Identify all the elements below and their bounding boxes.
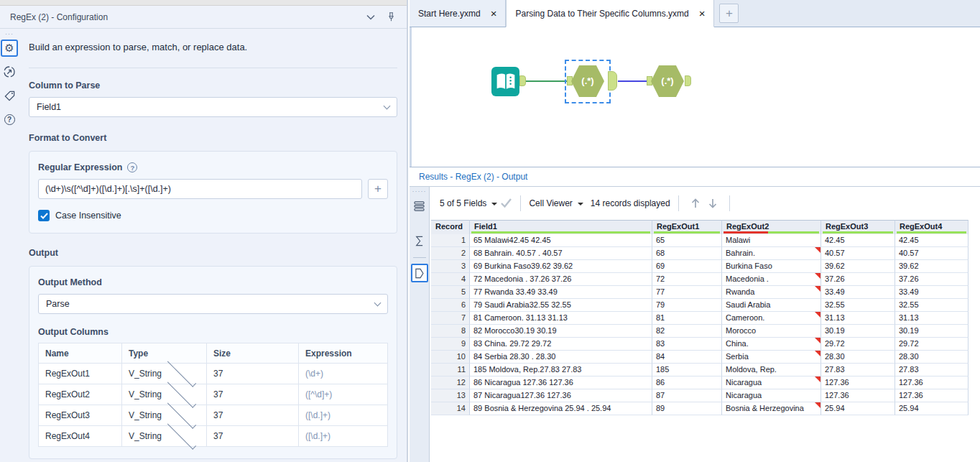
grid-cell-out2[interactable]: Saudi Arabia bbox=[722, 299, 821, 312]
grid-cell-out3[interactable]: 32.55 bbox=[821, 299, 895, 312]
text-input-tool[interactable] bbox=[491, 67, 519, 96]
grid-cell-record[interactable]: 2 bbox=[431, 247, 470, 260]
grid-cell-record[interactable]: 6 bbox=[431, 299, 470, 312]
grid-cell-field1[interactable]: 83 China. 29.72 29.72 bbox=[470, 338, 652, 351]
grid-cell-out1[interactable]: 87 bbox=[652, 389, 722, 402]
output-column-name[interactable]: RegExOut3 bbox=[39, 405, 122, 426]
regex-tool-2[interactable]: (.*) bbox=[651, 65, 684, 97]
output-column-size[interactable]: 37 bbox=[207, 384, 299, 405]
output-column-type-dropdown[interactable]: V_String bbox=[122, 405, 207, 426]
grid-cell-record[interactable]: 5 bbox=[431, 286, 470, 299]
grid-cell-out3[interactable]: 39.62 bbox=[821, 260, 895, 273]
grid-cell-out2[interactable]: Moldova, Rep. bbox=[722, 364, 821, 376]
grid-cell-record[interactable]: 11 bbox=[431, 364, 470, 376]
grid-cell-record[interactable]: 4 bbox=[431, 273, 470, 286]
grid-cell-field1[interactable]: 87 Nicaragua127.36 127.36 bbox=[470, 389, 652, 402]
grid-column-header-record[interactable]: Record bbox=[431, 220, 470, 234]
grid-cell-out3[interactable]: 127.36 bbox=[821, 376, 895, 389]
apply-fields-button[interactable] bbox=[500, 198, 512, 208]
tab-parsing-data[interactable]: Parsing Data to Their Specific Columns.y… bbox=[506, 0, 714, 27]
grid-cell-out4[interactable]: 127.36 bbox=[895, 389, 969, 402]
grid-cell-out3[interactable]: 33.49 bbox=[821, 286, 895, 299]
grid-column-header-out3[interactable]: RegExOut3 bbox=[821, 220, 895, 234]
grid-cell-out2[interactable]: Serbia bbox=[722, 351, 821, 364]
grid-cell-record[interactable]: 12 bbox=[431, 376, 470, 389]
grid-cell-out3[interactable]: 29.72 bbox=[821, 338, 895, 351]
grid-cell-out4[interactable]: 127.36 bbox=[895, 376, 969, 389]
scroll-up-button[interactable] bbox=[689, 197, 702, 210]
grid-cell-out4[interactable]: 32.55 bbox=[895, 299, 969, 312]
output-column-expression[interactable]: ([\d.]+) bbox=[299, 405, 388, 426]
cell-viewer-dropdown[interactable]: Cell Viewer bbox=[529, 198, 583, 208]
help-tab-button[interactable]: ? bbox=[1, 111, 18, 128]
grid-cell-out4[interactable]: 39.62 bbox=[895, 260, 969, 273]
grid-cell-out1[interactable]: 72 bbox=[652, 273, 722, 286]
grid-cell-out1[interactable]: 84 bbox=[652, 351, 722, 364]
grid-cell-out4[interactable]: 30.19 bbox=[895, 325, 969, 338]
grid-cell-out1[interactable]: 69 bbox=[652, 260, 722, 273]
panel-pin-button[interactable] bbox=[384, 10, 398, 24]
grid-cell-out2[interactable]: Nicaragua bbox=[722, 389, 821, 402]
grid-cell-field1[interactable]: 82 Morocco30.19 30.19 bbox=[470, 325, 652, 338]
grid-cell-out4[interactable]: 40.57 bbox=[895, 247, 969, 260]
grid-cell-out3[interactable]: 30.19 bbox=[821, 325, 895, 338]
grid-cell-out1[interactable]: 65 bbox=[652, 234, 722, 247]
grid-cell-field1[interactable]: 81 Cameroon. 31.13 31.13 bbox=[470, 312, 652, 325]
grid-cell-out2[interactable]: Bahrain. bbox=[722, 247, 821, 260]
grid-cell-out2[interactable]: Rwanda bbox=[722, 286, 821, 299]
grid-cell-record[interactable]: 7 bbox=[431, 312, 470, 325]
grid-cell-field1[interactable]: 77 Rwanda 33.49 33.49 bbox=[470, 286, 652, 299]
panel-collapse-button[interactable] bbox=[364, 10, 378, 24]
grid-column-header-out4[interactable]: RegExOut4 bbox=[895, 220, 969, 234]
workflow-canvas[interactable]: (.*) (.*) bbox=[410, 27, 980, 167]
output-column-expression[interactable]: (\d+) bbox=[299, 364, 388, 384]
grid-cell-out3[interactable]: 127.36 bbox=[821, 389, 895, 402]
grid-cell-out1[interactable]: 83 bbox=[652, 338, 722, 351]
output-column-name[interactable]: RegExOut2 bbox=[39, 384, 122, 405]
grid-cell-out4[interactable]: 33.49 bbox=[895, 286, 969, 299]
grid-cell-out1[interactable]: 86 bbox=[652, 376, 722, 389]
grid-cell-record[interactable]: 14 bbox=[431, 402, 470, 415]
grid-cell-field1[interactable]: 72 Macedonia . 37.26 37.26 bbox=[470, 273, 652, 286]
grid-cell-out3[interactable]: 42.45 bbox=[821, 234, 895, 247]
regex2-output-anchor[interactable] bbox=[608, 71, 617, 91]
grid-cell-record[interactable]: 1 bbox=[431, 234, 470, 247]
grid-cell-record[interactable]: 9 bbox=[431, 338, 470, 351]
output-column-type-dropdown[interactable]: V_String bbox=[122, 384, 207, 405]
grid-cell-out3[interactable]: 28.30 bbox=[821, 351, 895, 364]
grid-cell-out1[interactable]: 185 bbox=[652, 364, 722, 376]
grid-cell-out1[interactable]: 82 bbox=[652, 325, 722, 338]
grid-cell-out2[interactable]: Bosnia & Herzegovina bbox=[722, 402, 821, 415]
grid-cell-out3[interactable]: 31.13 bbox=[821, 312, 895, 325]
grid-cell-out4[interactable]: 31.13 bbox=[895, 312, 969, 325]
grid-cell-out4[interactable]: 42.45 bbox=[895, 234, 969, 247]
grid-cell-out3[interactable]: 37.26 bbox=[821, 273, 895, 286]
output-column-size[interactable]: 37 bbox=[207, 364, 299, 384]
grid-cell-record[interactable]: 3 bbox=[431, 260, 470, 273]
grid-cell-out1[interactable]: 68 bbox=[652, 247, 722, 260]
grid-cell-record[interactable]: 13 bbox=[431, 389, 470, 402]
grid-cell-out3[interactable]: 25.94 bbox=[821, 402, 895, 415]
output-column-size[interactable]: 37 bbox=[207, 426, 299, 447]
fields-dropdown[interactable]: 5 of 5 Fields bbox=[440, 198, 497, 208]
annotation-tab-button[interactable] bbox=[1, 87, 18, 104]
column-to-parse-dropdown[interactable]: Field1 bbox=[29, 97, 397, 117]
grid-cell-out2[interactable]: Cameroon. bbox=[722, 312, 821, 325]
close-icon[interactable]: × bbox=[491, 8, 497, 19]
grid-cell-out2[interactable]: China. bbox=[722, 338, 821, 351]
regex-help-icon[interactable]: ? bbox=[127, 162, 137, 172]
grid-cell-out2[interactable]: Burkina Faso bbox=[722, 260, 821, 273]
grid-cell-field1[interactable]: 79 Saudi Arabia32.55 32.55 bbox=[470, 299, 652, 312]
output-column-size[interactable]: 37 bbox=[207, 405, 299, 426]
grid-cell-out1[interactable]: 81 bbox=[652, 312, 722, 325]
grid-cell-field1[interactable]: 69 Burkina Faso39.62 39.62 bbox=[470, 260, 652, 273]
grid-cell-out4[interactable]: 27.83 bbox=[895, 364, 969, 376]
grid-cell-field1[interactable]: 86 Nicaragua 127.36 127.36 bbox=[470, 376, 652, 389]
grid-cell-out4[interactable]: 37.26 bbox=[895, 273, 969, 286]
grid-cell-out4[interactable]: 25.94 bbox=[895, 402, 969, 415]
settings-tab-button[interactable]: ⚙ bbox=[1, 40, 18, 57]
grid-cell-field1[interactable]: 68 Bahrain. 40.57 . 40.57 bbox=[470, 247, 652, 260]
grid-cell-out1[interactable]: 77 bbox=[652, 286, 722, 299]
connection-regex-to-regex[interactable] bbox=[618, 80, 647, 83]
input-anchor-button[interactable] bbox=[411, 231, 428, 250]
